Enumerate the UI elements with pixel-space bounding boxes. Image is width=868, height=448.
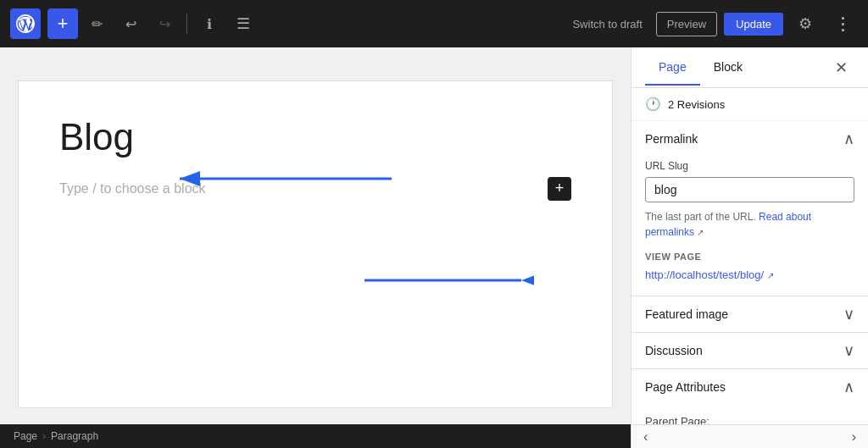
permalink-section: Permalink ∧ URL Slug The last part of th…	[632, 121, 868, 296]
page-attributes-content: Parent Page: ✕ Order	[632, 405, 868, 424]
tab-block[interactable]: Block	[700, 50, 756, 86]
edit-button[interactable]: ✏	[81, 8, 112, 39]
wordpress-logo[interactable]	[10, 8, 41, 39]
update-button[interactable]: Update	[724, 13, 783, 36]
view-page-link[interactable]: http://localhost/test/blog/ ↗	[645, 268, 774, 281]
toolbar-left-group: + ✏ ↩ ↪ ℹ ☰	[10, 8, 259, 39]
sidebar-panel: Page Block ✕ 🕐 2 Revisions Permalink ∧ U…	[631, 47, 868, 448]
featured-image-chevron: ∨	[843, 307, 854, 322]
scroll-left-button[interactable]: ‹	[638, 428, 653, 446]
featured-image-section[interactable]: Featured image ∨	[632, 296, 868, 333]
info-button[interactable]: ℹ	[194, 8, 225, 39]
sidebar-header: Page Block ✕	[632, 47, 868, 88]
hint-text: The last part of the URL.	[645, 211, 756, 223]
main-area: Blog Type / to choose a block +	[0, 47, 868, 448]
page-attributes-section: Page Attributes ∧ Parent Page: ✕ Order	[632, 369, 868, 424]
discussion-section[interactable]: Discussion ∨	[632, 333, 868, 369]
revisions-clock-icon: 🕐	[645, 97, 661, 112]
scroll-right-button[interactable]: ›	[847, 428, 861, 446]
arrow-to-title	[171, 166, 392, 191]
permalink-accordion-header[interactable]: Permalink ∧	[632, 121, 868, 157]
sidebar-close-button[interactable]: ✕	[827, 54, 854, 81]
external-link-icon: ↗	[697, 228, 704, 237]
revisions-text: 2 Revisions	[668, 98, 725, 111]
undo-button[interactable]: ↩	[115, 8, 146, 39]
tab-page[interactable]: Page	[645, 50, 700, 86]
view-page-url-text: http://localhost/test/blog/	[645, 268, 764, 281]
switch-to-draft-button[interactable]: Switch to draft	[565, 13, 648, 36]
url-slug-input[interactable]	[645, 177, 854, 202]
featured-image-label: Featured image	[645, 307, 728, 321]
permalink-hint: The last part of the URL. Read about per…	[645, 209, 854, 240]
revisions-row[interactable]: 🕐 2 Revisions	[632, 88, 868, 121]
toolbar-separator-1	[186, 14, 187, 34]
sidebar-content: 🕐 2 Revisions Permalink ∧ URL Slug The l…	[632, 88, 868, 424]
breadcrumb-separator: ›	[42, 430, 46, 442]
permalink-label: Permalink	[645, 132, 698, 146]
add-block-inline-button[interactable]: +	[548, 177, 571, 201]
toolbar-right-group: Switch to draft Preview Update ⚙ ⋮	[565, 8, 858, 39]
add-block-button[interactable]: +	[47, 8, 78, 39]
editor-content-block: Blog Type / to choose a block +	[19, 81, 612, 407]
sidebar-bottom-handle: ‹ ›	[632, 424, 868, 448]
page-attributes-label: Page Attributes	[645, 380, 726, 394]
breadcrumb-page[interactable]: Page	[14, 430, 37, 442]
main-toolbar: + ✏ ↩ ↪ ℹ ☰ Switch to draft Preview Upda…	[0, 0, 868, 47]
page-title-text: Blog	[59, 115, 134, 160]
breadcrumb-paragraph[interactable]: Paragraph	[51, 430, 98, 442]
permalink-chevron-up: ∧	[843, 131, 854, 147]
page-title-block[interactable]: Blog	[59, 115, 571, 160]
parent-page-label: Parent Page:	[645, 415, 854, 424]
more-options-button[interactable]: ⋮	[827, 8, 858, 39]
permalink-content: URL Slug The last part of the URL. Read …	[632, 157, 868, 296]
view-page-external-icon: ↗	[767, 271, 774, 280]
settings-gear-button[interactable]: ⚙	[790, 8, 821, 39]
editor-area: Blog Type / to choose a block +	[0, 47, 631, 448]
page-attributes-header[interactable]: Page Attributes ∧	[632, 369, 868, 405]
discussion-chevron: ∨	[843, 343, 854, 358]
url-slug-label: URL Slug	[645, 160, 854, 172]
preview-button[interactable]: Preview	[656, 12, 717, 36]
discussion-label: Discussion	[645, 344, 703, 357]
list-view-button[interactable]: ☰	[228, 8, 259, 39]
view-page-label: VIEW PAGE	[645, 252, 854, 262]
redo-button[interactable]: ↪	[149, 8, 180, 39]
editor-canvas[interactable]: Blog Type / to choose a block +	[0, 47, 631, 424]
breadcrumb-bar: Page › Paragraph	[0, 424, 631, 448]
page-attributes-chevron: ∧	[843, 379, 854, 395]
